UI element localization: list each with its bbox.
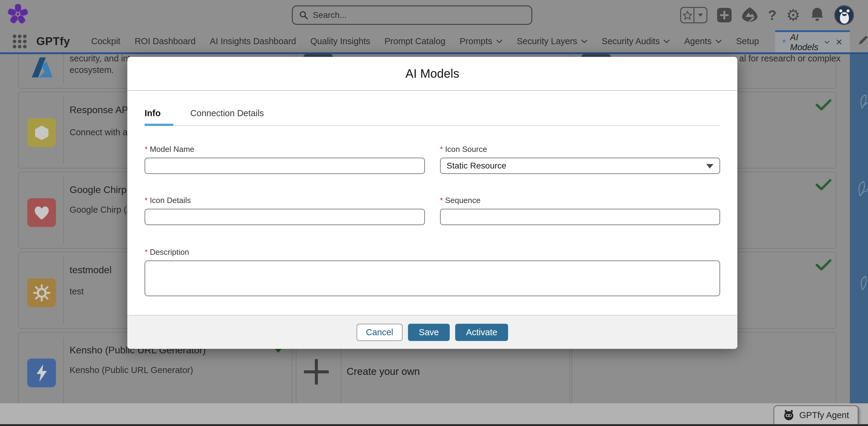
tab-label: AI Models: [790, 32, 820, 52]
nav-item-roi-dashboard[interactable]: ROI Dashboard: [134, 36, 196, 46]
required-marker: *: [440, 196, 443, 205]
nav-item-cockpit[interactable]: Cockpit: [91, 36, 120, 46]
chevron-down-icon[interactable]: [274, 348, 282, 353]
save-button[interactable]: Save: [408, 324, 450, 341]
search-icon: [300, 10, 308, 20]
chevron-down-icon: [496, 39, 503, 43]
card-description: Google Chirp (As: [69, 205, 137, 215]
card-description: Connect with ag: [69, 127, 132, 138]
agent-robot-icon: [783, 409, 795, 421]
card-title: testmodel: [69, 265, 112, 276]
chevron-down-icon[interactable]: [825, 40, 830, 44]
card-description: al for research or complex: [739, 54, 840, 64]
card-description-line1: security, and int: [69, 54, 130, 64]
active-check-icon: [816, 99, 831, 111]
nav-item-security-audits[interactable]: Security Audits: [602, 36, 670, 46]
nav-item-prompt-catalog[interactable]: Prompt Catalog: [384, 36, 445, 46]
tab-connection-details[interactable]: Connection Details: [190, 108, 264, 125]
chevron-down-icon: [663, 39, 670, 43]
active-check-icon: [816, 179, 831, 191]
field-icon-details: *Icon Details: [145, 196, 425, 225]
background-art-strip: [850, 54, 868, 403]
model-name-input[interactable]: [145, 158, 425, 174]
plus-icon: [304, 357, 329, 388]
nav-item-ai-insights-dashboard[interactable]: AI Insights Dashboard: [210, 36, 296, 46]
ai-models-modal: AI Models Info Connection Details *Model…: [127, 57, 737, 349]
close-tab-icon[interactable]: ✕: [836, 37, 843, 47]
tab-ai-models[interactable]: * AI Models ✕: [775, 30, 850, 52]
modal-header: AI Models: [127, 57, 737, 91]
activate-button[interactable]: Activate: [455, 324, 508, 341]
nav-item-setup[interactable]: Setup: [736, 36, 759, 46]
heart-icon: [27, 198, 56, 227]
sun-icon: [27, 278, 56, 307]
active-check-icon: [816, 259, 831, 271]
hexagon-icon: [27, 118, 56, 147]
icon-details-input[interactable]: [145, 209, 425, 225]
notifications-bell-icon[interactable]: [810, 7, 825, 24]
app-name[interactable]: GPTfy: [36, 35, 70, 48]
card-divider: [63, 257, 64, 324]
favorites-star-icon[interactable]: [681, 8, 693, 22]
azure-logo-icon: [28, 53, 57, 83]
icon-details-label: *Icon Details: [145, 196, 425, 205]
edit-nav-pencil-icon[interactable]: [858, 36, 868, 47]
card-title: Response API: [69, 104, 131, 116]
modal-tabs: Info Connection Details: [145, 108, 720, 126]
tab-info[interactable]: Info: [145, 108, 173, 126]
trailhead-icon[interactable]: [741, 7, 758, 24]
agent-label: GPTfy Agent: [799, 410, 849, 420]
global-search[interactable]: [292, 5, 532, 25]
sequence-input[interactable]: [440, 209, 720, 225]
card-description: Kensho (Public URL Generator): [69, 365, 193, 375]
window-bottom-edge: [0, 424, 868, 426]
chevron-down-icon: [715, 39, 722, 43]
help-icon[interactable]: ?: [768, 7, 776, 23]
required-marker: *: [145, 247, 148, 256]
field-sequence: *Sequence: [440, 196, 720, 225]
required-marker: *: [145, 196, 148, 205]
model-name-label: *Model Name: [145, 145, 425, 154]
description-textarea[interactable]: [145, 261, 720, 296]
cancel-button[interactable]: Cancel: [356, 324, 403, 341]
setup-gear-icon[interactable]: ⚙: [786, 7, 800, 23]
nav-item-agents[interactable]: Agents: [684, 36, 722, 46]
icon-source-select[interactable]: Static Resource: [440, 158, 720, 174]
global-header: ? ⚙: [0, 0, 868, 30]
avatar[interactable]: [834, 5, 854, 25]
gptfy-agent-button[interactable]: GPTfy Agent: [774, 405, 858, 424]
description-label: *Description: [145, 247, 720, 257]
nav-item-security-layers[interactable]: Security Layers: [517, 36, 588, 46]
favorites-caret-icon[interactable]: [693, 8, 707, 22]
modal-title: AI Models: [406, 67, 459, 81]
create-your-own-label: Create your own: [347, 366, 420, 377]
field-description: *Description: [145, 247, 720, 297]
nav-item-prompts[interactable]: Prompts: [460, 36, 503, 46]
app-launcher-icon[interactable]: [13, 34, 27, 49]
favorites-button[interactable]: [680, 7, 707, 23]
card-description: test: [69, 286, 84, 297]
app-nav-bar: GPTfy Cockpit ROI Dashboard AI Insights …: [0, 30, 868, 52]
icon-source-value: Static Resource: [447, 161, 506, 171]
chevron-down-icon: [581, 39, 588, 43]
search-input[interactable]: [313, 10, 525, 20]
icon-source-label: *Icon Source: [440, 145, 720, 154]
dropdown-triangle-icon: [706, 164, 713, 169]
card-divider: [63, 337, 64, 404]
field-icon-source: *Icon Source Static Resource: [440, 145, 720, 174]
card-title: Google Chirp: [69, 184, 127, 195]
card-divider: [63, 97, 64, 163]
card-description-line2: ecosystem.: [69, 65, 114, 75]
nav-accent-line: [0, 52, 868, 54]
required-marker: *: [145, 145, 148, 154]
gptfy-logo[interactable]: [7, 2, 28, 25]
utility-bar: GPTfy Agent: [0, 403, 868, 424]
card-divider: [63, 177, 64, 243]
modal-footer: Cancel Save Activate: [127, 315, 737, 349]
unsaved-marker: *: [782, 37, 786, 48]
field-model-name: *Model Name: [145, 145, 425, 174]
lightning-icon: [27, 359, 56, 387]
global-actions-icon[interactable]: [717, 8, 732, 22]
sequence-label: *Sequence: [440, 196, 720, 205]
nav-item-quality-insights[interactable]: Quality Insights: [310, 36, 370, 46]
